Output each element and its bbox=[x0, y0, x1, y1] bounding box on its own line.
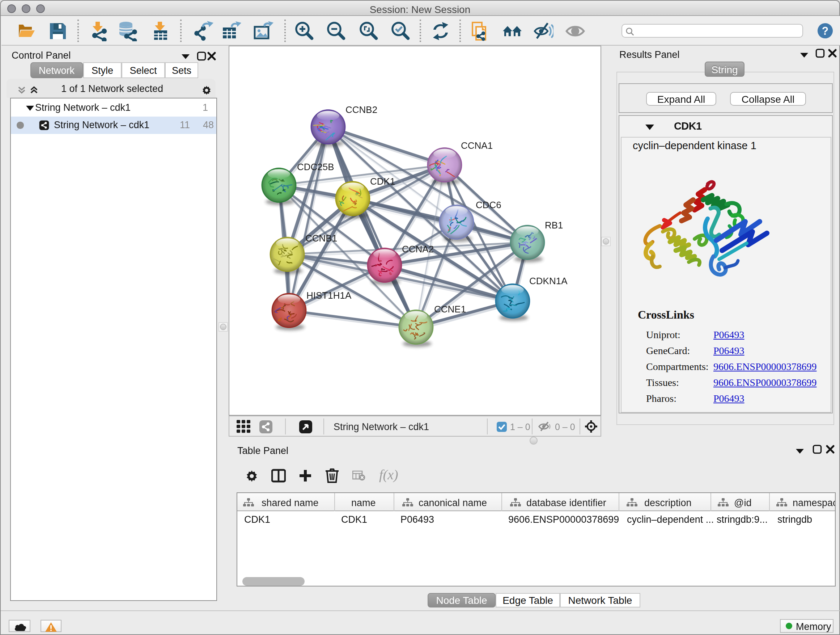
svg-text:CDC25B: CDC25B bbox=[297, 162, 334, 172]
svg-text:CDC6: CDC6 bbox=[476, 200, 501, 211]
svg-text:CDKN1A: CDKN1A bbox=[529, 276, 568, 287]
svg-text:RB1: RB1 bbox=[545, 220, 563, 231]
svg-text:?: ? bbox=[822, 25, 829, 37]
svg-text:CCNA2: CCNA2 bbox=[402, 244, 434, 255]
svg-text:CCNB1: CCNB1 bbox=[305, 233, 337, 244]
svg-text:CDK1: CDK1 bbox=[370, 176, 395, 187]
svg-text:CCNE1: CCNE1 bbox=[434, 304, 466, 315]
svg-text:HIST1H1A: HIST1H1A bbox=[306, 290, 352, 301]
svg-text:CCNA1: CCNA1 bbox=[461, 140, 493, 151]
svg-text:CCNB2: CCNB2 bbox=[346, 104, 377, 115]
